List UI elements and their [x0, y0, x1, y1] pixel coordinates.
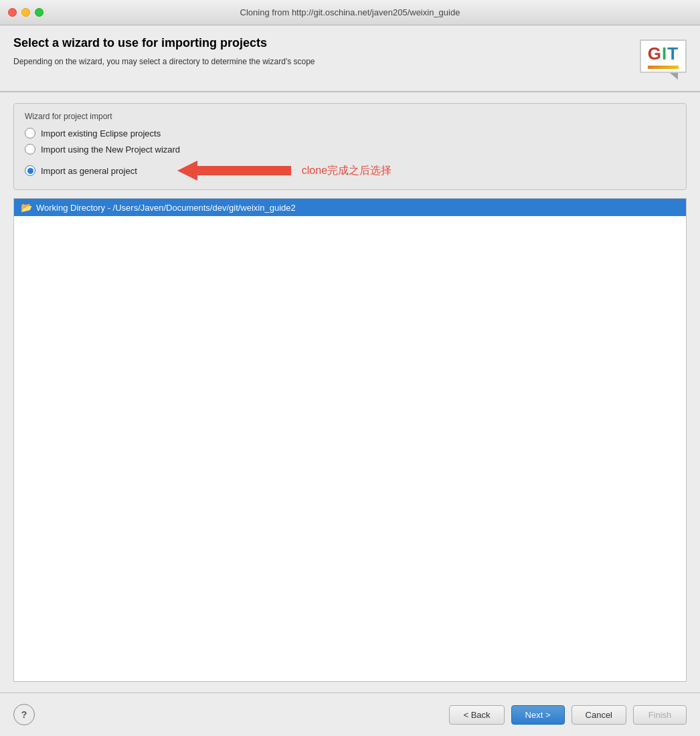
radio-new-wizard[interactable]: Import using the New Project wizard — [25, 144, 675, 155]
page-title: Select a wizard to use for importing pro… — [13, 36, 629, 50]
svg-marker-0 — [177, 161, 291, 181]
git-g-letter: G — [648, 43, 662, 64]
radio-existing-indicator[interactable] — [25, 128, 35, 139]
wizard-section-label: Wizard for project import — [25, 112, 675, 121]
radio-existing-projects[interactable]: Import existing Eclipse projects — [25, 128, 675, 139]
directory-section[interactable]: 📂 Working Directory - /Users/Javen/Docum… — [13, 198, 687, 682]
directory-path: Working Directory - /Users/Javen/Documen… — [36, 203, 296, 213]
git-t-letter: T — [667, 43, 679, 64]
maximize-button[interactable] — [35, 8, 43, 17]
radio-new-wizard-indicator[interactable] — [25, 144, 35, 155]
directory-empty-area — [14, 216, 686, 484]
radio-general-project[interactable]: Import as general project — [25, 165, 137, 176]
radio-general-indicator[interactable] — [25, 165, 35, 176]
window-title: Cloning from http://git.oschina.net/jave… — [240, 7, 460, 17]
content-area: Wizard for project import Import existin… — [0, 92, 700, 693]
footer-left: ? — [13, 704, 35, 725]
finish-button[interactable]: Finish — [633, 705, 687, 725]
annotation-text: clone完成之后选择 — [302, 164, 391, 178]
header-text: Select a wizard to use for importing pro… — [13, 36, 629, 68]
titlebar: Cloning from http://git.oschina.net/jave… — [0, 0, 700, 25]
cancel-button[interactable]: Cancel — [572, 705, 626, 725]
annotation-row: Import as general project clone完成之后选择 — [25, 160, 675, 181]
back-button[interactable]: < Back — [449, 705, 504, 725]
footer: ? < Back Next > Cancel Finish — [0, 693, 700, 736]
folder-icon: 📂 — [21, 202, 32, 213]
header-description: Depending on the wizard, you may select … — [13, 56, 629, 68]
radio-general-label: Import as general project — [41, 166, 137, 176]
help-button[interactable]: ? — [13, 704, 35, 725]
header-section: Select a wizard to use for importing pro… — [0, 25, 700, 92]
radio-existing-label: Import existing Eclipse projects — [41, 128, 161, 139]
next-button[interactable]: Next > — [511, 705, 565, 725]
arrow-annotation: clone完成之后选择 — [177, 161, 391, 181]
close-button[interactable] — [8, 8, 17, 17]
window-controls[interactable] — [8, 8, 43, 17]
git-logo: GIT — [640, 36, 687, 83]
footer-buttons: < Back Next > Cancel Finish — [449, 705, 687, 725]
red-arrow-icon — [177, 161, 291, 181]
radio-new-wizard-label: Import using the New Project wizard — [41, 145, 180, 155]
directory-item[interactable]: 📂 Working Directory - /Users/Javen/Docum… — [14, 199, 686, 216]
minimize-button[interactable] — [21, 8, 30, 17]
wizard-section: Wizard for project import Import existin… — [13, 103, 687, 190]
